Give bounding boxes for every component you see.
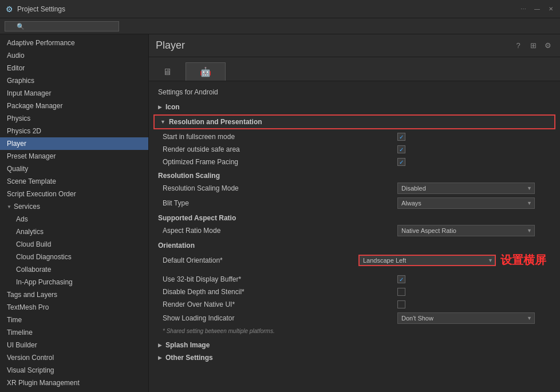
sidebar-item-player[interactable]: Player [0, 137, 148, 150]
show-loading-dropdown-wrapper: Don't Show Large Inversed Large Small In… [397, 312, 535, 324]
disable-depth-control [397, 288, 546, 296]
sidebar-item-cloud-diagnostics[interactable]: Cloud Diagnostics [0, 251, 148, 263]
sidebar-item-quality[interactable]: Quality [0, 163, 148, 175]
sidebar-item-in-app-purchasing[interactable]: In-App Purchasing [0, 276, 148, 288]
render-outside-safe-label: Render outside safe area [163, 145, 397, 153]
show-loading-label: Show Loading Indicator [163, 314, 397, 322]
sidebar-item-analytics[interactable]: Analytics [0, 225, 148, 238]
render-outside-safe-checkbox[interactable] [397, 145, 405, 153]
aspect-ratio-mode-control: Native Aspect Ratio Custom Aspect Ratio … [397, 225, 546, 236]
start-fullscreen-checkbox[interactable] [397, 133, 405, 141]
sidebar-item-physics-2d[interactable]: Physics 2D [0, 125, 148, 137]
close-btn[interactable]: ✕ [546, 5, 555, 14]
default-orientation-dropdown-wrapper: Portrait Portrait Upside Down Landscape … [358, 255, 496, 266]
section-resolution[interactable]: ▼ Resolution and Presentation [153, 114, 555, 129]
tab-android[interactable]: 🤖 [186, 62, 226, 81]
optimized-frame-pacing-checkbox[interactable] [397, 158, 405, 166]
blit-type-control: Always Never Auto ▼ [397, 197, 546, 209]
section-splash-image[interactable]: ▶ Splash Image [149, 339, 560, 351]
section-icon[interactable]: ▶ Icon [149, 101, 560, 113]
sidebar-item-timeline[interactable]: Timeline [0, 326, 148, 339]
sidebar-item-audio[interactable]: Audio [0, 49, 148, 62]
sidebar-item-editor[interactable]: Editor [0, 62, 148, 74]
main-layout: Adaptive Performance Audio Editor Graphi… [0, 34, 560, 392]
sidebar-item-version-control[interactable]: Version Control [0, 351, 148, 364]
sidebar-item-cloud-build[interactable]: Cloud Build [0, 238, 148, 251]
render-over-native-checkbox[interactable] [397, 300, 405, 308]
title-bar: ⚙ Project Settings ⋯ — ✕ [0, 0, 560, 18]
chinese-annotation: 设置横屏 [500, 252, 546, 268]
splash-image-label: Splash Image [165, 341, 210, 349]
sidebar-item-ui-builder[interactable]: UI Builder [0, 339, 148, 351]
other-settings-label: Other Settings [165, 354, 213, 362]
sidebar-item-input-manager[interactable]: Input Manager [0, 87, 148, 100]
resolution-section-label: Resolution and Presentation [169, 118, 262, 126]
blit-type-dropdown-wrapper: Always Never Auto ▼ [397, 197, 535, 209]
sidebar-item-scene-template[interactable]: Scene Template [0, 175, 148, 188]
sidebar-item-script-execution-order[interactable]: Script Execution Order [0, 188, 148, 200]
blit-type-label: Blit Type [163, 199, 397, 207]
sidebar-item-package-manager[interactable]: Package Manager [0, 100, 148, 112]
row-resolution-scaling-mode: Resolution Scaling Mode Disabled FixedDP… [149, 181, 560, 196]
search-wrapper [5, 21, 119, 31]
splash-triangle: ▶ [158, 342, 162, 348]
settings-gear-icon[interactable]: ⚙ [543, 41, 553, 51]
start-fullscreen-control [397, 133, 546, 141]
blit-type-dropdown[interactable]: Always Never Auto [397, 197, 535, 209]
player-header: Player ? ⊞ ⚙ [149, 34, 560, 57]
resolution-scaling-label: Resolution Scaling [149, 168, 560, 181]
row-optimized-frame-pacing: Optimized Frame Pacing [149, 156, 560, 168]
search-bar [0, 18, 560, 34]
desktop-icon: 🖥 [163, 67, 172, 77]
section-other-settings[interactable]: ▶ Other Settings [149, 351, 560, 364]
render-outside-safe-control [397, 145, 546, 153]
resolution-scaling-mode-control: Disabled FixedDPI ▼ [397, 183, 546, 194]
render-over-native-control [397, 300, 546, 308]
sidebar-item-collaborate[interactable]: Collaborate [0, 263, 148, 276]
shared-setting-note: * Shared setting between multiple platfo… [149, 326, 560, 336]
settings-for-label: Settings for Android [149, 86, 560, 101]
aspect-ratio-mode-dropdown[interactable]: Native Aspect Ratio Custom Aspect Ratio [397, 225, 535, 236]
sidebar-item-physics[interactable]: Physics [0, 112, 148, 125]
android-icon: 🤖 [200, 66, 211, 77]
sidebar-item-time[interactable]: Time [0, 314, 148, 326]
minimize-btn[interactable]: — [533, 5, 542, 14]
orientation-label: Orientation [149, 238, 560, 251]
player-title: Player [156, 39, 185, 52]
layout-icon[interactable]: ⊞ [528, 41, 538, 51]
sidebar-item-visual-scripting[interactable]: Visual Scripting [0, 364, 148, 377]
sidebar-item-preset-manager[interactable]: Preset Manager [0, 150, 148, 163]
render-over-native-label: Render Over Native UI* [163, 300, 397, 308]
sidebar-item-xr-plugin-management[interactable]: XR Plugin Management [0, 377, 148, 389]
row-default-orientation: Default Orientation* Portrait Portrait U… [149, 251, 560, 270]
optimized-frame-pacing-label: Optimized Frame Pacing [163, 158, 397, 166]
sidebar-item-graphics[interactable]: Graphics [0, 74, 148, 87]
help-icon[interactable]: ? [513, 41, 523, 51]
row-disable-depth: Disable Depth and Stencil* [149, 286, 560, 298]
menu-btn[interactable]: ⋯ [519, 5, 528, 14]
settings-content: Settings for Android ▶ Icon ▼ Resolution… [149, 81, 560, 392]
disable-depth-checkbox[interactable] [397, 288, 405, 296]
aspect-ratio-mode-label: Aspect Ratio Mode [163, 227, 397, 235]
sidebar: Adaptive Performance Audio Editor Graphi… [0, 34, 149, 392]
row-render-over-native: Render Over Native UI* [149, 298, 560, 311]
content-area: Player ? ⊞ ⚙ 🖥 🤖 Settings for Android ▶ … [149, 34, 560, 392]
show-loading-dropdown[interactable]: Don't Show Large Inversed Large Small In… [397, 312, 535, 324]
use-32bit-control [397, 275, 546, 283]
use-32bit-checkbox[interactable] [397, 275, 405, 283]
other-settings-triangle: ▶ [158, 355, 162, 361]
sidebar-item-textmesh-pro[interactable]: TextMesh Pro [0, 301, 148, 314]
start-fullscreen-label: Start in fullscreen mode [163, 133, 397, 141]
search-input[interactable] [5, 21, 119, 31]
sidebar-item-tags-and-layers[interactable]: Tags and Layers [0, 288, 148, 301]
default-orientation-dropdown[interactable]: Portrait Portrait Upside Down Landscape … [358, 255, 496, 266]
sidebar-item-services[interactable]: ▼Services [0, 200, 148, 213]
row-show-loading: Show Loading Indicator Don't Show Large … [149, 311, 560, 326]
aspect-ratio-mode-dropdown-wrapper: Native Aspect Ratio Custom Aspect Ratio … [397, 225, 535, 236]
sidebar-item-adaptive-performance[interactable]: Adaptive Performance [0, 37, 148, 49]
sidebar-item-ads[interactable]: Ads [0, 213, 148, 225]
resolution-scaling-mode-dropdown[interactable]: Disabled FixedDPI [397, 183, 535, 194]
row-start-fullscreen: Start in fullscreen mode [149, 130, 560, 143]
row-render-outside-safe: Render outside safe area [149, 143, 560, 156]
tab-desktop[interactable]: 🖥 [149, 63, 186, 81]
